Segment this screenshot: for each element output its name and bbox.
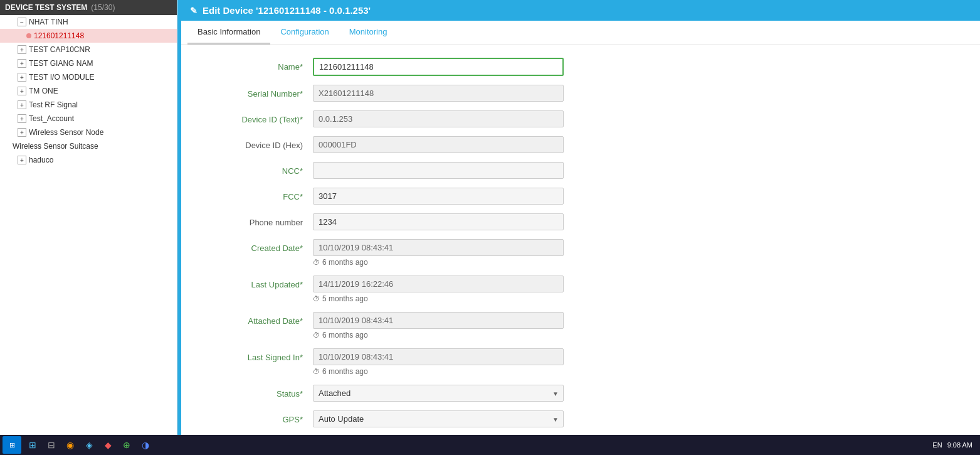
taskbar-tray: EN 9:08 AM (932, 441, 977, 449)
sidebar-item-label: Wireless Sensor Suitcase (13, 142, 98, 151)
form-row-attached-date: Attached Date* ⏱ 6 months ago (200, 312, 961, 340)
input-created-date (313, 239, 564, 256)
form-row-gps: GPS* Auto Update Manual ▼ (200, 410, 961, 427)
sidebar-item-test-account[interactable]: + Test_Account (0, 112, 177, 126)
form-row-device-id-hex: Device ID (Hex) (200, 136, 961, 153)
sidebar-item-121601211148[interactable]: 121601211148 (0, 29, 177, 43)
attached-date-hint: ⏱ 6 months ago (313, 331, 564, 340)
form-row-name: Name* (200, 58, 961, 76)
input-ncc[interactable] (313, 162, 564, 179)
label-fcc: FCC* (200, 188, 313, 201)
form-row-serial: Serial Number* (200, 85, 961, 102)
sidebar-item-wireless-sensor-suitcase[interactable]: Wireless Sensor Suitcase (0, 139, 177, 153)
sidebar-item-label: Wireless Sensor Node (29, 128, 103, 137)
field-wrap-last-signed-in: ⏱ 6 months ago (313, 348, 564, 376)
taskbar-icon-6[interactable]: ⊕ (118, 436, 135, 454)
input-attached-date (313, 312, 564, 329)
main-content: ✎ Edit Device '121601211148 - 0.0.1.253'… (181, 0, 980, 455)
input-serial[interactable] (313, 85, 564, 102)
tab-monitoring[interactable]: Monitoring (339, 21, 398, 45)
sidebar-item-test-rf-signal[interactable]: + Test RF Signal (0, 98, 177, 112)
form-row-phone: Phone number (200, 213, 961, 230)
sidebar-item-label: haduco (29, 156, 53, 164)
input-device-id-text[interactable] (313, 110, 564, 127)
label-device-id-text: Device ID (Text)* (200, 110, 313, 124)
field-wrap-phone (313, 213, 564, 230)
field-wrap-name (313, 58, 564, 76)
label-device-id-hex: Device ID (Hex) (200, 136, 313, 150)
form-row-status: Status* Attached Detached Pending ▼ (200, 385, 961, 402)
sidebar-title: DEVICE TEST SYSTEM (5, 3, 87, 12)
clock-icon: ⏱ (313, 331, 320, 339)
locale-indicator: EN (932, 441, 942, 449)
sidebar-item-label: Test RF Signal (29, 100, 78, 109)
input-name[interactable] (313, 58, 564, 76)
input-last-updated (313, 276, 564, 292)
taskbar-icon-4[interactable]: ◈ (80, 436, 98, 454)
expand-icon: − (18, 18, 26, 26)
taskbar-icon-3[interactable]: ◉ (61, 436, 79, 454)
sidebar-item-label: NHAT TINH (29, 18, 68, 26)
label-serial: Serial Number* (200, 85, 313, 99)
expand-icon: + (18, 100, 26, 109)
sidebar-item-label: Test_Account (29, 114, 74, 123)
input-device-id-hex[interactable] (313, 136, 564, 153)
sidebar-count: (15/30) (91, 3, 115, 12)
label-attached-date: Attached Date* (200, 312, 313, 326)
field-wrap-gps: Auto Update Manual ▼ (313, 410, 564, 427)
field-wrap-device-id-hex (313, 136, 564, 153)
page-header: ✎ Edit Device '121601211148 - 0.0.1.253' (181, 0, 980, 21)
sidebar-header: DEVICE TEST SYSTEM (15/30) (0, 0, 177, 15)
label-last-signed-in: Last Signed In* (200, 348, 313, 362)
label-gps: GPS* (200, 410, 313, 424)
tab-basic-information[interactable]: Basic Information (187, 21, 270, 45)
clock-icon: ⏱ (313, 259, 320, 266)
sidebar: DEVICE TEST SYSTEM (15/30) − NHAT TINH 1… (0, 0, 177, 455)
sidebar-item-label: TEST I/O MODULE (29, 73, 94, 82)
field-wrap-ncc (313, 162, 564, 179)
clock-icon: ⏱ (313, 295, 320, 302)
field-wrap-attached-date: ⏱ 6 months ago (313, 312, 564, 340)
taskbar-icon-7[interactable]: ◑ (137, 436, 154, 454)
tab-configuration[interactable]: Configuration (270, 21, 339, 45)
input-fcc[interactable] (313, 188, 564, 205)
sidebar-item-tm-one[interactable]: + TM ONE (0, 84, 177, 98)
sidebar-item-label: 121601211148 (34, 31, 84, 40)
page-title: Edit Device '121601211148 - 0.0.1.253' (203, 5, 371, 16)
edit-icon: ✎ (190, 6, 198, 16)
form-row-created-date: Created Date* ⏱ 6 months ago (200, 239, 961, 267)
taskbar-icon-2[interactable]: ⊟ (43, 436, 60, 454)
label-name: Name* (200, 58, 313, 72)
field-wrap-device-id-text (313, 110, 564, 127)
field-wrap-status: Attached Detached Pending ▼ (313, 385, 564, 402)
select-gps[interactable]: Auto Update Manual (313, 410, 564, 427)
taskbar-icons: ⊞ ⊟ ◉ ◈ ◆ ⊕ ◑ (24, 436, 154, 454)
field-wrap-fcc (313, 188, 564, 205)
expand-icon: + (18, 45, 26, 54)
taskbar-icon-1[interactable]: ⊞ (24, 436, 41, 454)
start-button[interactable]: ⊞ (3, 436, 21, 454)
field-wrap-last-updated: ⏱ 5 months ago (313, 276, 564, 303)
sidebar-item-test-cap10cnr[interactable]: + TEST CAP10CNR (0, 43, 177, 56)
input-phone[interactable] (313, 213, 564, 230)
status-dot (26, 33, 31, 38)
field-wrap-created-date: ⏱ 6 months ago (313, 239, 564, 267)
clock: 9:08 AM (947, 441, 972, 449)
label-status: Status* (200, 385, 313, 399)
taskbar-icon-5[interactable]: ◆ (99, 436, 117, 454)
sidebar-item-wireless-sensor-node[interactable]: + Wireless Sensor Node (0, 126, 177, 139)
sidebar-item-label: TM ONE (29, 87, 58, 95)
sidebar-item-label: TEST GIANG NAM (29, 59, 93, 68)
expand-icon: + (18, 156, 26, 164)
sidebar-item-haduco[interactable]: + haduco (0, 153, 177, 167)
sidebar-item-test-io-module[interactable]: + TEST I/O MODULE (0, 70, 177, 84)
clock-icon: ⏱ (313, 368, 320, 375)
sidebar-item-nhat-tinh[interactable]: − NHAT TINH (0, 15, 177, 29)
select-status[interactable]: Attached Detached Pending (313, 385, 564, 402)
label-last-updated: Last Updated* (200, 276, 313, 289)
sidebar-item-test-giang-nam[interactable]: + TEST GIANG NAM (0, 56, 177, 70)
expand-icon: + (18, 87, 26, 95)
form-area: Name* Serial Number* Device ID (Text)* D… (181, 45, 980, 455)
form-row-last-signed-in: Last Signed In* ⏱ 6 months ago (200, 348, 961, 376)
label-ncc: NCC* (200, 162, 313, 176)
